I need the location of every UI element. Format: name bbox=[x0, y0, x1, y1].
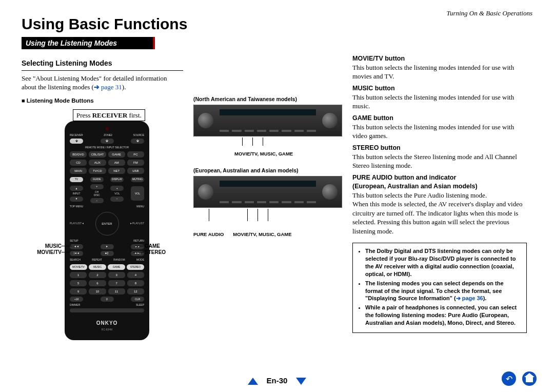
panel2-callout-b: MOVIE/TV, MUSIC, GAME bbox=[233, 231, 291, 238]
callout-stereo: STEREO bbox=[145, 249, 166, 256]
subhead-selecting: Selecting Listening Modes bbox=[22, 58, 183, 68]
page-title: Using Basic Functions bbox=[22, 15, 532, 33]
header-breadcrumb: Turning On & Basic Operations bbox=[446, 9, 532, 17]
body-selecting: See "About Listening Modes" for detailed… bbox=[22, 74, 183, 92]
nav-home-icon[interactable] bbox=[522, 371, 537, 386]
rc-pureaudio: PURE AUDIO button and indicator (Europea… bbox=[352, 173, 527, 236]
subhead-lm-buttons: Listening Mode Buttons bbox=[22, 97, 183, 105]
panel1-callout: MOVIE/TV, MUSIC, GAME bbox=[234, 151, 342, 158]
remote-logo: ONKYO bbox=[70, 320, 144, 327]
callout-movietv: MOVIE/TV bbox=[32, 249, 62, 256]
panel2-label: (European, Australian and Asian models) bbox=[193, 167, 342, 174]
rc-game: GAME button This button selects the list… bbox=[352, 114, 527, 141]
link-page31[interactable]: page 31 bbox=[101, 83, 122, 91]
page-footer: En-30 bbox=[0, 376, 554, 385]
rc-music: MUSIC button This button selects the lis… bbox=[352, 84, 527, 111]
nav-back-icon[interactable]: ↶ bbox=[502, 371, 516, 386]
rc-stereo: STEREO button This button selects the St… bbox=[352, 144, 527, 170]
tip-receiver-first: Press RECEIVER first. bbox=[73, 109, 145, 122]
nav-next-icon[interactable] bbox=[296, 378, 306, 385]
remote-lm-buttons: MOVIE/TV MUSIC GAME STEREO bbox=[70, 264, 144, 270]
panel2-callout-a: PURE AUDIO bbox=[193, 231, 224, 238]
front-panel-2 bbox=[193, 176, 342, 208]
notes-box: The Dolby Digital and DTS listening mode… bbox=[352, 243, 527, 332]
section-bar: Using the Listening Modes bbox=[22, 37, 155, 49]
panel1-label: (North American and Taiwanese models) bbox=[193, 95, 342, 103]
rc-movietv: MOVIE/TV button This button selects the … bbox=[352, 54, 527, 81]
remote-control: RECEIVER ZONE2 SOURCE ⏻⏻⏻ REMOTE MODE / … bbox=[65, 121, 149, 340]
link-page36[interactable]: page 36 bbox=[462, 295, 483, 301]
page-number: En-30 bbox=[267, 376, 288, 385]
front-panel-1 bbox=[193, 105, 342, 136]
nav-prev-icon[interactable] bbox=[248, 378, 258, 385]
